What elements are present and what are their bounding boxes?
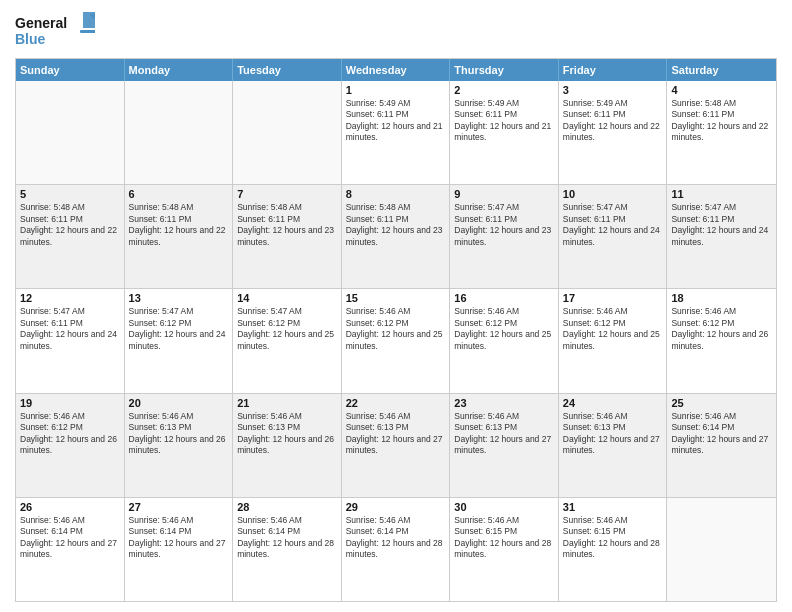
day-number: 24: [563, 397, 663, 409]
day-number: 9: [454, 188, 554, 200]
day-number: 2: [454, 84, 554, 96]
day-number: 18: [671, 292, 772, 304]
table-row: 9 Sunrise: 5:47 AMSunset: 6:11 PMDayligh…: [450, 185, 559, 288]
day-info: Sunrise: 5:48 AMSunset: 6:11 PMDaylight:…: [671, 98, 772, 144]
day-info: Sunrise: 5:47 AMSunset: 6:11 PMDaylight:…: [20, 306, 120, 352]
day-number: 15: [346, 292, 446, 304]
cal-week-5: 26 Sunrise: 5:46 AMSunset: 6:14 PMDaylig…: [16, 497, 776, 601]
header-sunday: Sunday: [16, 59, 125, 81]
day-info: Sunrise: 5:46 AMSunset: 6:13 PMDaylight:…: [563, 411, 663, 457]
day-number: 16: [454, 292, 554, 304]
table-row: 30 Sunrise: 5:46 AMSunset: 6:15 PMDaylig…: [450, 498, 559, 601]
table-row: 1 Sunrise: 5:49 AMSunset: 6:11 PMDayligh…: [342, 81, 451, 184]
table-row: 20 Sunrise: 5:46 AMSunset: 6:13 PMDaylig…: [125, 394, 234, 497]
day-info: Sunrise: 5:47 AMSunset: 6:12 PMDaylight:…: [237, 306, 337, 352]
day-number: 31: [563, 501, 663, 513]
day-info: Sunrise: 5:49 AMSunset: 6:11 PMDaylight:…: [563, 98, 663, 144]
day-info: Sunrise: 5:47 AMSunset: 6:11 PMDaylight:…: [671, 202, 772, 248]
day-number: 17: [563, 292, 663, 304]
table-row: 10 Sunrise: 5:47 AMSunset: 6:11 PMDaylig…: [559, 185, 668, 288]
table-row: 21 Sunrise: 5:46 AMSunset: 6:13 PMDaylig…: [233, 394, 342, 497]
table-row: 4 Sunrise: 5:48 AMSunset: 6:11 PMDayligh…: [667, 81, 776, 184]
table-row: 22 Sunrise: 5:46 AMSunset: 6:13 PMDaylig…: [342, 394, 451, 497]
table-row: 6 Sunrise: 5:48 AMSunset: 6:11 PMDayligh…: [125, 185, 234, 288]
day-info: Sunrise: 5:48 AMSunset: 6:11 PMDaylight:…: [346, 202, 446, 248]
day-info: Sunrise: 5:46 AMSunset: 6:13 PMDaylight:…: [237, 411, 337, 457]
day-number: 6: [129, 188, 229, 200]
day-info: Sunrise: 5:48 AMSunset: 6:11 PMDaylight:…: [237, 202, 337, 248]
table-row: 23 Sunrise: 5:46 AMSunset: 6:13 PMDaylig…: [450, 394, 559, 497]
header-saturday: Saturday: [667, 59, 776, 81]
table-row: 19 Sunrise: 5:46 AMSunset: 6:12 PMDaylig…: [16, 394, 125, 497]
table-row: [16, 81, 125, 184]
logo-svg: General Blue: [15, 10, 95, 50]
table-row: 26 Sunrise: 5:46 AMSunset: 6:14 PMDaylig…: [16, 498, 125, 601]
day-number: 26: [20, 501, 120, 513]
day-number: 13: [129, 292, 229, 304]
table-row: 11 Sunrise: 5:47 AMSunset: 6:11 PMDaylig…: [667, 185, 776, 288]
day-info: Sunrise: 5:46 AMSunset: 6:13 PMDaylight:…: [454, 411, 554, 457]
table-row: 16 Sunrise: 5:46 AMSunset: 6:12 PMDaylig…: [450, 289, 559, 392]
day-info: Sunrise: 5:49 AMSunset: 6:11 PMDaylight:…: [454, 98, 554, 144]
table-row: 25 Sunrise: 5:46 AMSunset: 6:14 PMDaylig…: [667, 394, 776, 497]
day-number: 30: [454, 501, 554, 513]
day-number: 12: [20, 292, 120, 304]
table-row: 3 Sunrise: 5:49 AMSunset: 6:11 PMDayligh…: [559, 81, 668, 184]
day-number: 11: [671, 188, 772, 200]
day-info: Sunrise: 5:46 AMSunset: 6:12 PMDaylight:…: [454, 306, 554, 352]
table-row: 31 Sunrise: 5:46 AMSunset: 6:15 PMDaylig…: [559, 498, 668, 601]
day-info: Sunrise: 5:46 AMSunset: 6:13 PMDaylight:…: [129, 411, 229, 457]
table-row: [667, 498, 776, 601]
day-number: 5: [20, 188, 120, 200]
svg-text:General: General: [15, 15, 67, 31]
day-number: 29: [346, 501, 446, 513]
day-info: Sunrise: 5:46 AMSunset: 6:14 PMDaylight:…: [346, 515, 446, 561]
day-number: 22: [346, 397, 446, 409]
day-info: Sunrise: 5:46 AMSunset: 6:14 PMDaylight:…: [129, 515, 229, 561]
page: General Blue Sunday Monday Tuesday Wedne…: [0, 0, 792, 612]
day-info: Sunrise: 5:46 AMSunset: 6:13 PMDaylight:…: [346, 411, 446, 457]
table-row: 7 Sunrise: 5:48 AMSunset: 6:11 PMDayligh…: [233, 185, 342, 288]
day-info: Sunrise: 5:46 AMSunset: 6:15 PMDaylight:…: [454, 515, 554, 561]
table-row: 14 Sunrise: 5:47 AMSunset: 6:12 PMDaylig…: [233, 289, 342, 392]
day-number: 14: [237, 292, 337, 304]
svg-text:Blue: Blue: [15, 31, 46, 47]
day-info: Sunrise: 5:46 AMSunset: 6:15 PMDaylight:…: [563, 515, 663, 561]
header-friday: Friday: [559, 59, 668, 81]
day-info: Sunrise: 5:46 AMSunset: 6:14 PMDaylight:…: [20, 515, 120, 561]
table-row: 17 Sunrise: 5:46 AMSunset: 6:12 PMDaylig…: [559, 289, 668, 392]
day-number: 23: [454, 397, 554, 409]
cal-week-4: 19 Sunrise: 5:46 AMSunset: 6:12 PMDaylig…: [16, 393, 776, 497]
cal-week-1: 1 Sunrise: 5:49 AMSunset: 6:11 PMDayligh…: [16, 81, 776, 184]
table-row: 15 Sunrise: 5:46 AMSunset: 6:12 PMDaylig…: [342, 289, 451, 392]
table-row: 12 Sunrise: 5:47 AMSunset: 6:11 PMDaylig…: [16, 289, 125, 392]
day-number: 25: [671, 397, 772, 409]
day-info: Sunrise: 5:48 AMSunset: 6:11 PMDaylight:…: [129, 202, 229, 248]
day-number: 21: [237, 397, 337, 409]
table-row: 5 Sunrise: 5:48 AMSunset: 6:11 PMDayligh…: [16, 185, 125, 288]
table-row: 2 Sunrise: 5:49 AMSunset: 6:11 PMDayligh…: [450, 81, 559, 184]
day-info: Sunrise: 5:46 AMSunset: 6:12 PMDaylight:…: [671, 306, 772, 352]
logo: General Blue: [15, 10, 95, 50]
day-info: Sunrise: 5:46 AMSunset: 6:14 PMDaylight:…: [237, 515, 337, 561]
svg-rect-4: [80, 30, 95, 33]
table-row: [233, 81, 342, 184]
header-tuesday: Tuesday: [233, 59, 342, 81]
day-number: 20: [129, 397, 229, 409]
day-number: 1: [346, 84, 446, 96]
table-row: 8 Sunrise: 5:48 AMSunset: 6:11 PMDayligh…: [342, 185, 451, 288]
day-info: Sunrise: 5:48 AMSunset: 6:11 PMDaylight:…: [20, 202, 120, 248]
header-monday: Monday: [125, 59, 234, 81]
day-info: Sunrise: 5:46 AMSunset: 6:12 PMDaylight:…: [346, 306, 446, 352]
day-number: 3: [563, 84, 663, 96]
table-row: 18 Sunrise: 5:46 AMSunset: 6:12 PMDaylig…: [667, 289, 776, 392]
day-number: 7: [237, 188, 337, 200]
day-number: 19: [20, 397, 120, 409]
header-thursday: Thursday: [450, 59, 559, 81]
table-row: 13 Sunrise: 5:47 AMSunset: 6:12 PMDaylig…: [125, 289, 234, 392]
calendar-body: 1 Sunrise: 5:49 AMSunset: 6:11 PMDayligh…: [16, 81, 776, 601]
day-number: 10: [563, 188, 663, 200]
day-info: Sunrise: 5:47 AMSunset: 6:12 PMDaylight:…: [129, 306, 229, 352]
cal-week-2: 5 Sunrise: 5:48 AMSunset: 6:11 PMDayligh…: [16, 184, 776, 288]
day-number: 8: [346, 188, 446, 200]
